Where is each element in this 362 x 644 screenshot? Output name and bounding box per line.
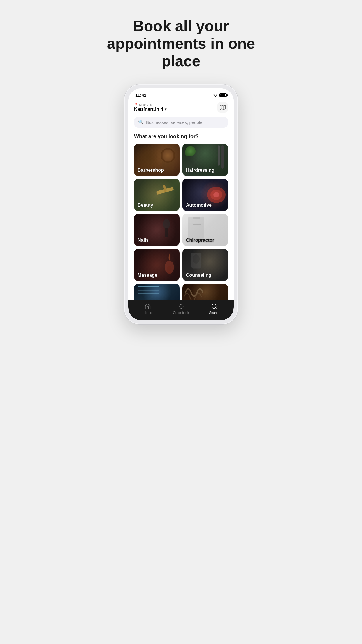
nav-label-search: Search	[209, 311, 219, 314]
phone-shell: 11:41 📍 Near	[124, 84, 238, 324]
chevron-down-icon: ▾	[165, 107, 166, 111]
map-icon	[220, 104, 226, 110]
svg-line-27	[215, 308, 217, 309]
location-info: 📍 Near you Katrínartún 4 ▾	[134, 103, 166, 112]
category-card-beauty[interactable]: Beauty	[134, 179, 180, 211]
beauty-illustration	[155, 183, 175, 198]
category-label-automotive: Automotive	[186, 203, 212, 208]
quick-book-icon	[178, 303, 184, 310]
svg-marker-0	[220, 105, 225, 110]
svg-point-10	[163, 219, 170, 229]
massage-illustration	[162, 251, 177, 274]
location-header: 📍 Near you Katrínartún 4 ▾	[134, 102, 228, 113]
battery-icon	[219, 93, 227, 97]
svg-point-21	[193, 254, 200, 264]
section-heading: What are you looking for?	[134, 134, 228, 140]
wifi-icon	[213, 93, 218, 97]
nails-illustration	[158, 217, 175, 240]
hero-title: Book all your appointments in one place	[91, 18, 271, 70]
category-card-chiropractor[interactable]: Chiropractor	[182, 214, 228, 246]
tanning-illustration	[136, 284, 162, 300]
search-icon: 🔍	[138, 120, 144, 125]
category-card-hairdressing[interactable]: Hairdressing	[182, 144, 228, 176]
search-nav-icon	[211, 303, 217, 310]
pet-illustration	[182, 284, 209, 300]
nav-label-home: Home	[143, 311, 152, 314]
location-pin-icon: 📍	[134, 103, 138, 107]
category-card-counseling[interactable]: Counseling	[182, 249, 228, 281]
nav-label-quickbook: Quick book	[173, 311, 189, 314]
category-card-pet[interactable]	[182, 284, 228, 300]
barbershop-illustration	[159, 150, 177, 170]
category-label-counseling: Counseling	[186, 273, 211, 278]
svg-point-9	[213, 192, 219, 197]
category-card-barbershop[interactable]: Barbershop	[134, 144, 180, 176]
location-name[interactable]: Katrínartún 4 ▾	[134, 107, 166, 112]
map-button[interactable]	[217, 102, 228, 113]
category-label-beauty: Beauty	[138, 203, 153, 208]
search-placeholder: Businesses, services, people	[146, 120, 202, 125]
nav-item-quickbook[interactable]: Quick book	[164, 303, 198, 314]
svg-rect-4	[162, 161, 174, 170]
near-you-label: 📍 Near you	[134, 103, 166, 107]
svg-point-3	[163, 150, 173, 162]
category-label-chiropractor: Chiropractor	[186, 238, 214, 243]
nav-item-search[interactable]: Search	[198, 303, 231, 314]
svg-rect-20	[193, 268, 200, 269]
category-grid-bottom	[134, 284, 228, 300]
category-card-automotive[interactable]: Automotive	[182, 179, 228, 211]
category-card-tanning[interactable]	[134, 284, 180, 300]
category-card-massage[interactable]: Massage	[134, 249, 180, 281]
status-icons	[213, 93, 227, 97]
svg-rect-11	[165, 228, 168, 237]
svg-rect-16	[193, 217, 200, 219]
home-icon	[145, 303, 151, 310]
category-label-hairdressing: Hairdressing	[186, 168, 215, 173]
app-content: 📍 Near you Katrínartún 4 ▾	[128, 99, 234, 300]
status-bar: 11:41	[128, 88, 234, 99]
nav-item-home[interactable]: Home	[131, 303, 164, 314]
svg-rect-12	[188, 217, 204, 239]
automotive-illustration	[200, 182, 226, 205]
search-bar[interactable]: 🔍 Businesses, services, people	[134, 117, 228, 128]
category-grid: Barbershop Hairdressing	[134, 144, 228, 281]
phone-screen: 11:41 📍 Near	[128, 88, 234, 320]
bottom-nav: Home Quick book Search	[128, 300, 234, 320]
svg-marker-25	[179, 304, 184, 309]
category-label-massage: Massage	[138, 273, 157, 278]
category-label-barbershop: Barbershop	[138, 168, 164, 173]
category-card-nails[interactable]: Nails	[134, 214, 180, 246]
category-label-nails: Nails	[138, 238, 149, 243]
svg-rect-18	[167, 266, 171, 274]
status-time: 11:41	[135, 92, 146, 97]
